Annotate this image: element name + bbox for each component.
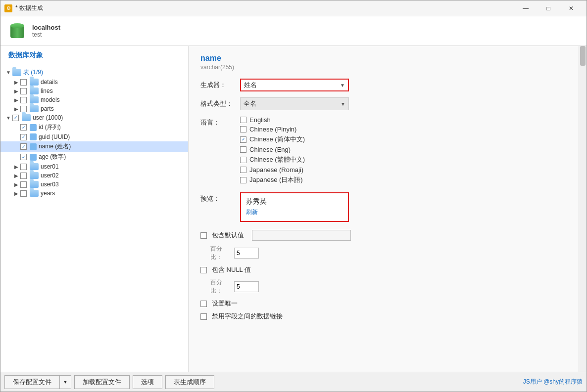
save-btn-group: 保存配置文件 ▼	[4, 375, 71, 389]
checkbox-user01[interactable]	[20, 164, 27, 170]
format-select[interactable]: 全名 ▼	[240, 97, 349, 110]
default-pct-label: 百分比：	[210, 245, 230, 261]
checkbox-parts[interactable]	[20, 106, 27, 112]
tree-item-name[interactable]: ✓ name (姓名)	[0, 141, 188, 152]
tree-item-age[interactable]: ✓ age (数字)	[0, 152, 188, 162]
tree-item-user02[interactable]: ▶ user02	[0, 171, 188, 180]
close-button[interactable]: ✕	[560, 0, 583, 16]
tree-item-parts[interactable]: ▶ parts	[0, 104, 188, 113]
folder-icon-user03	[30, 181, 39, 188]
expand-arrow-years[interactable]: ▶	[12, 191, 20, 196]
order-button[interactable]: 表生成顺序	[165, 375, 214, 389]
expand-arrow-details[interactable]: ▶	[12, 80, 20, 85]
checkbox-age[interactable]: ✓	[20, 154, 27, 160]
lang-english-row: English	[240, 116, 448, 124]
tree-item-models[interactable]: ▶ models	[0, 95, 188, 104]
save-config-button[interactable]: 保存配置文件	[4, 375, 59, 389]
checkbox-user03[interactable]	[20, 181, 27, 188]
lang-traditional-checkbox[interactable]	[240, 157, 246, 163]
options-button[interactable]: 选项	[133, 375, 162, 389]
generator-row: 生成器： 姓名 ▼	[200, 79, 567, 91]
minimize-button[interactable]: —	[514, 0, 537, 16]
preview-text: 苏秀英	[246, 197, 343, 206]
left-panel: 数据库对象 ▼ 表 (1/9) ▶ details	[0, 46, 189, 372]
tree: ▼ 表 (1/9) ▶ details ▶	[0, 65, 188, 372]
tree-item-years[interactable]: ▶ years	[0, 189, 188, 198]
connection-db: test	[32, 31, 60, 38]
lang-pinyin-checkbox[interactable]	[240, 126, 246, 132]
lang-simplified-label: Chinese (简体中文)	[249, 135, 305, 144]
tree-item-lines[interactable]: ▶ lines	[0, 87, 188, 95]
checkbox-name[interactable]: ✓	[20, 143, 27, 150]
load-config-button[interactable]: 加载配置文件	[74, 375, 130, 389]
checkbox-user02[interactable]	[20, 173, 27, 179]
scrollbar[interactable]	[579, 46, 587, 372]
checkbox-details[interactable]	[20, 79, 27, 86]
lang-cheng-label: Chinese (Eng)	[249, 146, 291, 153]
checkbox-id[interactable]: ✓	[20, 124, 27, 131]
lang-english-checkbox[interactable]	[240, 117, 246, 123]
tree-item-guid[interactable]: ✓ guid (UUID)	[0, 132, 188, 141]
folder-icon-years	[30, 190, 39, 197]
checkbox-guid[interactable]: ✓	[20, 134, 27, 140]
default-checkbox[interactable]	[200, 232, 207, 239]
lang-traditional-row: Chinese (繁體中文)	[240, 155, 448, 164]
scrollbar-thumb[interactable]	[580, 46, 586, 66]
lang-pinyin-row: Chinese (Pinyin)	[240, 126, 448, 133]
main-area: 数据库对象 ▼ 表 (1/9) ▶ details	[0, 46, 587, 372]
no-link-checkbox[interactable]	[200, 313, 207, 320]
checkbox-lines[interactable]	[20, 88, 27, 94]
tree-item-id[interactable]: ✓ id (序列)	[0, 122, 188, 132]
tree-item-user03[interactable]: ▶ user03	[0, 180, 188, 189]
expand-arrow-parts[interactable]: ▶	[12, 106, 20, 112]
checkbox-models[interactable]	[20, 97, 27, 103]
default-input[interactable]	[252, 230, 351, 241]
folder-icon-user01	[30, 163, 39, 170]
format-arrow-icon: ▼	[341, 101, 345, 107]
lang-traditional-label: Chinese (繁體中文)	[249, 155, 305, 164]
user-info: JS用户 @shy的程序猿	[523, 378, 583, 386]
label-age: age (数字)	[39, 153, 66, 161]
lang-cheng-checkbox[interactable]	[240, 146, 246, 153]
label-name: name (姓名)	[39, 142, 71, 151]
cylinder-top	[10, 23, 24, 28]
generator-control: 姓名 ▼	[240, 79, 448, 91]
expand-arrow-user02[interactable]: ▶	[12, 173, 20, 178]
generator-select[interactable]: 姓名 ▼	[240, 79, 349, 91]
checkbox-years[interactable]	[20, 190, 27, 197]
maximize-button[interactable]: □	[537, 0, 560, 16]
expand-arrow[interactable]: ▼	[4, 70, 12, 75]
titlebar-left: ⚙ * 数据生成	[4, 4, 43, 12]
tree-item-user01[interactable]: ▶ user01	[0, 162, 188, 171]
window-controls: — □ ✕	[514, 0, 583, 16]
refresh-button[interactable]: 刷新	[246, 208, 343, 217]
lang-japanese-checkbox[interactable]	[240, 177, 246, 183]
save-dropdown-arrow[interactable]: ▼	[59, 375, 71, 389]
preview-label: 预览：	[200, 192, 240, 203]
left-panel-header: 数据库对象	[0, 46, 188, 65]
window-title: * 数据生成	[15, 4, 43, 12]
checkbox-user[interactable]: ✓	[12, 115, 19, 121]
lang-pinyin-label: Chinese (Pinyin)	[249, 126, 296, 133]
label-lines: lines	[41, 87, 53, 94]
expand-arrow-user[interactable]: ▼	[4, 115, 12, 121]
expand-arrow-user01[interactable]: ▶	[12, 164, 20, 170]
expand-arrow-models[interactable]: ▶	[12, 97, 20, 103]
null-label: 包含 NULL 值	[212, 265, 251, 274]
null-pct-input[interactable]	[234, 281, 259, 292]
tree-item-details[interactable]: ▶ details	[0, 78, 188, 87]
generator-arrow-icon: ▼	[340, 83, 345, 88]
lang-romaji-checkbox[interactable]	[240, 167, 246, 173]
expand-arrow-user03[interactable]: ▶	[12, 182, 20, 187]
lang-simplified-checkbox[interactable]: ✓	[240, 136, 246, 143]
right-wrapper: name varchar(255) 生成器： 姓名 ▼	[189, 46, 587, 372]
tree-item-user[interactable]: ▼ ✓ user (1000)	[0, 113, 188, 122]
bottom-right: JS用户 @shy的程序猿	[523, 378, 583, 386]
null-checkbox[interactable]	[200, 267, 207, 273]
unique-checkbox[interactable]	[200, 301, 207, 307]
tree-tables-root[interactable]: ▼ 表 (1/9)	[0, 67, 188, 78]
expand-arrow-lines[interactable]: ▶	[12, 88, 20, 94]
label-years: years	[41, 190, 55, 197]
label-parts: parts	[41, 105, 54, 112]
default-pct-input[interactable]	[234, 248, 259, 259]
